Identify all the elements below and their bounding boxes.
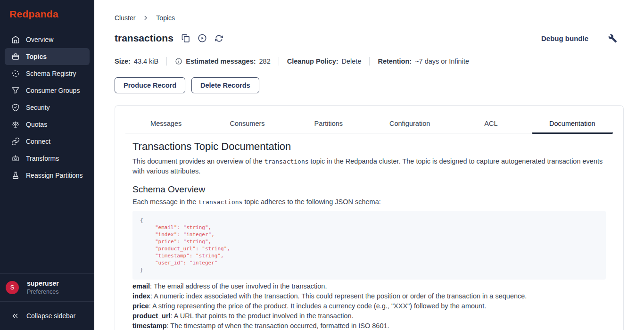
- quotas-icon: [11, 120, 20, 129]
- sidebar: Redpanda Overview Topics Schema Registry…: [0, 0, 94, 330]
- field-descriptions: email: The email address of the user inv…: [132, 281, 606, 330]
- tab-bar: Messages Consumers Partitions Configurat…: [125, 106, 613, 133]
- action-buttons: Produce Record Delete Records: [115, 77, 624, 93]
- debug-bundle-link[interactable]: Debug bundle: [541, 34, 588, 42]
- collapse-icon: [11, 312, 19, 320]
- security-icon: [11, 103, 20, 112]
- header-actions: Debug bundle: [541, 34, 624, 43]
- documentation-panel: Transactions Topic Documentation This do…: [115, 133, 623, 330]
- chevron-right-icon: [142, 15, 149, 21]
- produce-record-button[interactable]: Produce Record: [115, 77, 185, 93]
- home-icon: [11, 35, 20, 44]
- sidebar-item-quotas[interactable]: Quotas: [5, 116, 90, 133]
- copy-icon[interactable]: [181, 34, 190, 43]
- breadcrumb: Cluster Topics: [115, 14, 624, 22]
- sidebar-item-label: Schema Registry: [26, 70, 76, 77]
- field-line: index: A numeric index associated with t…: [132, 291, 606, 301]
- topic-detail-card: Messages Consumers Partitions Configurat…: [115, 105, 624, 330]
- divider: [279, 57, 279, 66]
- field-line: price: A string representing the price o…: [132, 301, 606, 311]
- sidebar-item-label: Overview: [26, 36, 53, 43]
- stat-estimated-messages: Estimated messages: 282: [175, 58, 271, 65]
- tab-consumers[interactable]: Consumers: [206, 106, 288, 134]
- stat-size: Size: 43.4 kiB: [115, 58, 158, 65]
- play-circle-icon[interactable]: [198, 33, 207, 43]
- connect-icon: [11, 137, 20, 146]
- avatar[interactable]: S: [6, 281, 19, 294]
- page-title: transactions: [115, 33, 173, 44]
- schema-intro: Each message in the transactions topic a…: [132, 197, 606, 207]
- doc-title: Transactions Topic Documentation: [132, 140, 606, 153]
- sidebar-item-transforms[interactable]: Transforms: [5, 150, 90, 167]
- breadcrumb-cluster[interactable]: Cluster: [115, 14, 135, 22]
- sidebar-item-topics[interactable]: Topics: [5, 48, 90, 65]
- page-header: transactions Debug bundle: [115, 30, 624, 46]
- topics-icon: [11, 52, 20, 61]
- sidebar-item-label: Quotas: [26, 121, 47, 128]
- main-content: Cluster Topics transactions Debug bundle: [94, 0, 644, 330]
- redpanda-logo[interactable]: Redpanda: [0, 0, 94, 27]
- field-line: timestamp: The timestamp of when the tra…: [132, 321, 606, 330]
- title-group: transactions: [115, 33, 223, 44]
- reassign-partitions-icon: [11, 171, 20, 180]
- tab-partitions[interactable]: Partitions: [288, 106, 369, 134]
- sidebar-item-schema-registry[interactable]: Schema Registry: [5, 65, 90, 82]
- inline-code: transactions: [198, 198, 242, 206]
- sidebar-item-consumer-groups[interactable]: Consumer Groups: [5, 82, 90, 99]
- collapse-label: Collapse sidebar: [26, 312, 75, 320]
- delete-records-button[interactable]: Delete Records: [191, 77, 259, 93]
- sidebar-item-connect[interactable]: Connect: [5, 133, 90, 150]
- wrench-icon[interactable]: [608, 34, 617, 43]
- stat-cleanup-policy: Cleanup Policy: Delete: [287, 58, 362, 65]
- sidebar-item-label: Reassign Partitions: [26, 172, 83, 179]
- sidebar-nav: Overview Topics Schema Registry Consumer…: [0, 27, 94, 184]
- info-icon[interactable]: [175, 58, 182, 65]
- sidebar-item-label: Topics: [26, 53, 47, 60]
- schema-overview-heading: Schema Overview: [132, 184, 606, 195]
- user-section: S superuser Preferences: [0, 273, 94, 301]
- sidebar-item-label: Connect: [26, 138, 50, 145]
- sidebar-item-label: Consumer Groups: [26, 87, 80, 94]
- sidebar-item-overview[interactable]: Overview: [5, 31, 90, 48]
- schema-registry-icon: [11, 69, 20, 78]
- tab-messages[interactable]: Messages: [125, 106, 206, 134]
- tab-acl[interactable]: ACL: [450, 106, 531, 134]
- tab-documentation[interactable]: Documentation: [532, 106, 613, 134]
- sidebar-item-reassign-partitions[interactable]: Reassign Partitions: [5, 167, 90, 184]
- divider: [369, 57, 370, 66]
- inline-code: transactions: [264, 158, 309, 165]
- field-line: product_url: A URL that points to the pr…: [132, 311, 606, 321]
- user-info: superuser Preferences: [27, 280, 59, 295]
- stat-retention: Retention: ~7 days or Infinite: [378, 58, 469, 65]
- doc-intro: This document provides an overview of th…: [132, 157, 606, 176]
- sidebar-item-security[interactable]: Security: [5, 99, 90, 116]
- preferences-link[interactable]: Preferences: [27, 289, 59, 295]
- topic-stats: Size: 43.4 kiB Estimated messages: 282 C…: [115, 57, 624, 66]
- sidebar-spacer: [0, 184, 94, 273]
- tab-configuration[interactable]: Configuration: [369, 106, 450, 134]
- field-line: email: The email address of the user inv…: [132, 281, 606, 291]
- schema-code-block: { "email": "string", "index": "integer",…: [132, 211, 606, 280]
- transforms-icon: [11, 154, 20, 163]
- sidebar-item-label: Transforms: [26, 155, 59, 162]
- breadcrumb-topics[interactable]: Topics: [156, 14, 175, 22]
- divider: [166, 57, 167, 66]
- sidebar-item-label: Security: [26, 104, 50, 111]
- consumer-groups-icon: [11, 86, 20, 95]
- collapse-sidebar-button[interactable]: Collapse sidebar: [0, 301, 94, 330]
- refresh-icon[interactable]: [215, 34, 223, 43]
- user-name: superuser: [27, 280, 59, 287]
